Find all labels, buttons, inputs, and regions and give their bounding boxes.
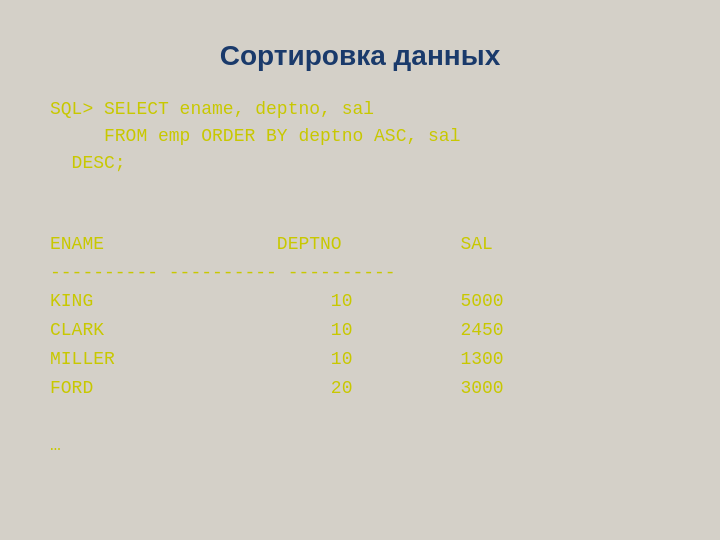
table-separator: ---------- ---------- ---------- — [50, 263, 396, 283]
sql-line3: DESC; — [50, 153, 126, 173]
ellipsis: … — [50, 435, 670, 455]
sql-line2: FROM emp ORDER BY deptno ASC, sal — [50, 126, 460, 146]
sql-line1: SQL> SELECT ename, deptno, sal — [50, 99, 374, 119]
slide-title: Сортировка данных — [50, 40, 670, 72]
table-row-king: KING 10 5000 — [50, 291, 504, 311]
table-row-ford: FORD 20 3000 — [50, 378, 504, 398]
table-header: ENAME DEPTNO SAL — [50, 234, 493, 254]
slide: Сортировка данных SQL> SELECT ename, dep… — [10, 10, 710, 530]
table-row-clark: CLARK 10 2450 — [50, 320, 504, 340]
table-row-miller: MILLER 10 1300 — [50, 349, 504, 369]
results-block: ENAME DEPTNO SAL ---------- ---------- -… — [50, 201, 670, 431]
sql-block: SQL> SELECT ename, deptno, sal FROM emp … — [50, 96, 670, 177]
